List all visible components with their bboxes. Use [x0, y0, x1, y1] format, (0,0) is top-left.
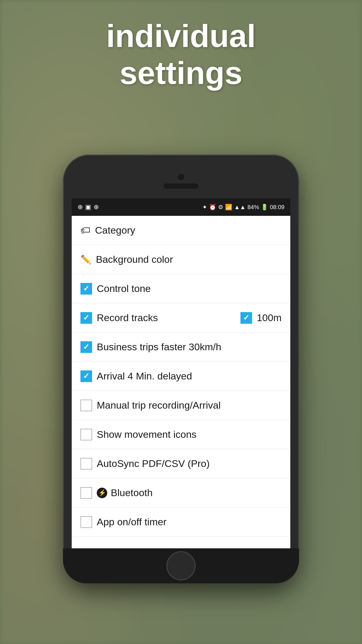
phone-bottom — [63, 548, 299, 583]
app-timer-label: App on/off timer — [97, 516, 166, 528]
setting-row-autosync[interactable]: AutoSync PDF/CSV (Pro) — [72, 449, 290, 478]
setting-row-app-timer[interactable]: App on/off timer — [72, 508, 290, 537]
autosync-checkbox[interactable] — [80, 458, 92, 470]
tag-icon: 🏷 — [80, 225, 90, 236]
status-icons-left: ⊕ ▣ ⊕ — [78, 203, 99, 211]
setting-row-manual-trip[interactable]: Manual trip recording/Arrival — [72, 391, 290, 420]
phone-camera — [177, 173, 185, 181]
setting-row-bluetooth[interactable]: ⚡ Bluetooth — [72, 478, 290, 508]
wifi-status-icon: 📶 — [225, 204, 232, 211]
home-button[interactable] — [166, 551, 196, 580]
battery-icon: 🔋 — [261, 204, 268, 211]
phone-screen: ⊕ ▣ ⊕ ✦ ⏰ ⚙ 📶 ▲▲ 84% 🔋 08:09 🏷 Category — [72, 198, 290, 548]
setting-row-record-tracks[interactable]: Record tracks 100m — [72, 303, 290, 332]
page-title: individual settings — [0, 18, 362, 91]
setting-row-show-movement-icons[interactable]: Show movement icons — [72, 420, 290, 449]
pencil-icon: ✏️ — [80, 254, 91, 265]
clock-time: 08:09 — [270, 204, 284, 211]
signal-status-icon: ▲▲ — [234, 204, 246, 211]
app-timer-checkbox[interactable] — [80, 516, 92, 528]
record-tracks-distance-checkbox[interactable] — [240, 312, 252, 324]
status-icons-right: ✦ ⏰ ⚙ 📶 ▲▲ 84% 🔋 08:09 — [202, 204, 284, 211]
setting-row-category[interactable]: 🏷 Category — [72, 216, 290, 245]
arrival-delayed-label: Arrival 4 Min. delayed — [97, 370, 192, 382]
business-trips-label: Business trips faster 30km/h — [97, 341, 221, 353]
phone-speaker — [164, 183, 198, 189]
record-tracks-label: Record tracks — [97, 312, 158, 323]
bluetooth-icon: ⚡ — [97, 488, 107, 498]
setting-row-background-color[interactable]: ✏️ Background color — [72, 245, 290, 274]
business-trips-checkbox[interactable] — [80, 341, 92, 353]
bluetooth-checkbox[interactable] — [80, 487, 92, 499]
status-icon-2: ▣ — [85, 203, 91, 211]
control-tone-checkbox[interactable] — [80, 283, 92, 295]
show-movement-icons-checkbox[interactable] — [80, 429, 92, 440]
setting-row-arrival-delayed[interactable]: Arrival 4 Min. delayed — [72, 362, 290, 391]
arrival-delayed-checkbox[interactable] — [80, 370, 92, 382]
phone-frame: ⊕ ▣ ⊕ ✦ ⏰ ⚙ 📶 ▲▲ 84% 🔋 08:09 🏷 Category — [63, 155, 299, 583]
show-movement-icons-label: Show movement icons — [97, 429, 196, 440]
category-label: Category — [95, 225, 135, 236]
record-tracks-checkbox[interactable] — [80, 312, 92, 324]
status-bar: ⊕ ▣ ⊕ ✦ ⏰ ⚙ 📶 ▲▲ 84% 🔋 08:09 — [72, 198, 290, 216]
alarm-icon: ⏰ — [209, 204, 216, 211]
bluetooth-status-icon: ✦ — [202, 204, 207, 211]
record-tracks-distance-label: 100m — [257, 312, 282, 323]
phone-top — [63, 155, 299, 198]
setting-row-business-trips[interactable]: Business trips faster 30km/h — [72, 332, 290, 362]
autosync-label: AutoSync PDF/CSV (Pro) — [97, 458, 210, 469]
manual-trip-checkbox[interactable] — [80, 400, 92, 411]
settings-status-icon: ⚙ — [218, 204, 223, 211]
manual-trip-label: Manual trip recording/Arrival — [97, 400, 221, 411]
control-tone-label: Control tone — [97, 283, 151, 294]
status-icon-1: ⊕ — [78, 203, 83, 211]
background-color-label: Background color — [96, 254, 173, 265]
bluetooth-label: Bluetooth — [111, 487, 153, 498]
status-icon-3: ⊕ — [94, 203, 99, 211]
setting-row-control-tone[interactable]: Control tone — [72, 274, 290, 303]
battery-percent: 84% — [247, 204, 259, 211]
settings-list: 🏷 Category ✏️ Background color Control t… — [72, 216, 290, 537]
